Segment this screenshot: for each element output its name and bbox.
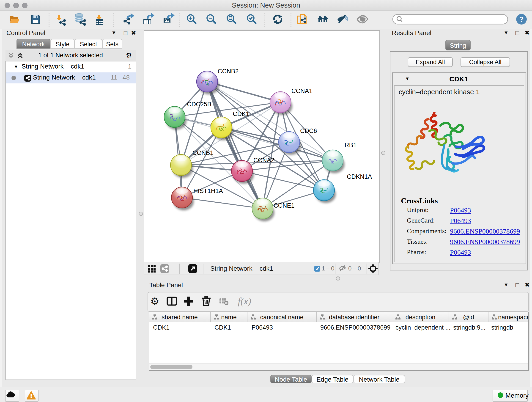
svg-text:CCNA1: CCNA1: [291, 88, 312, 95]
svg-text:?: ?: [519, 15, 524, 23]
svg-text:f(x): f(x): [238, 296, 251, 307]
svg-text:CDKN1A: CDKN1A: [347, 173, 372, 180]
svg-text:1 – 0: 1 – 0: [322, 265, 334, 272]
svg-text:CCNA2: CCNA2: [253, 157, 274, 164]
svg-text:CCNB1: CCNB1: [192, 149, 214, 156]
svg-text:CCNE1: CCNE1: [273, 202, 295, 209]
svg-text:CDK1: CDK1: [233, 110, 249, 117]
svg-text:⚙: ⚙: [150, 296, 159, 307]
svg-text:CDC6: CDC6: [300, 128, 317, 134]
svg-text:CDC25B: CDC25B: [187, 101, 211, 108]
svg-text:CCNB2: CCNB2: [218, 68, 239, 75]
svg-text:0 – 0: 0 – 0: [348, 265, 361, 272]
svg-text:RB1: RB1: [345, 142, 357, 148]
svg-text:HIST1H1A: HIST1H1A: [193, 187, 223, 194]
svg-text:String Network – cdk1: String Network – cdk1: [210, 265, 273, 272]
